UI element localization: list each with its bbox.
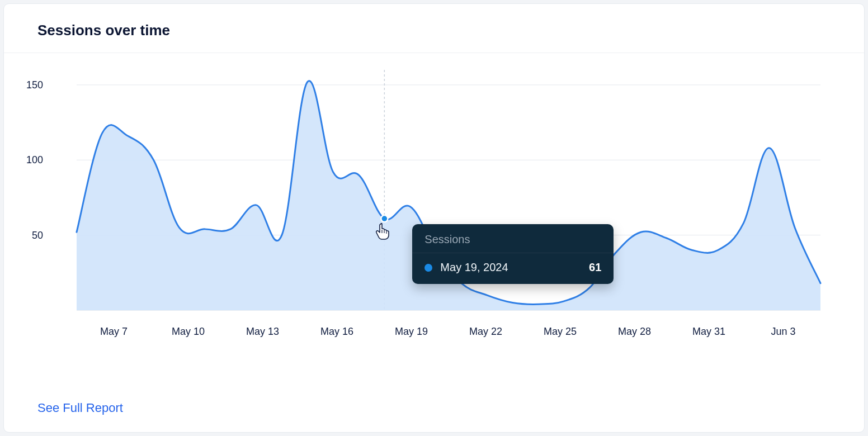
- x-tick: May 19: [374, 326, 449, 338]
- x-tick: May 22: [449, 326, 523, 338]
- x-tick: May 31: [672, 326, 746, 338]
- sessions-card: Sessions over time 50100150 May 7May 10M…: [3, 3, 865, 433]
- y-tick: 150: [15, 79, 43, 91]
- x-tick: May 13: [225, 326, 300, 338]
- tooltip-title: Sessions: [412, 224, 614, 253]
- card-header: Sessions over time: [4, 4, 864, 53]
- chart-tooltip: Sessions May 19, 2024 61: [412, 224, 614, 284]
- x-tick: May 7: [77, 326, 151, 338]
- x-tick: May 25: [523, 326, 597, 338]
- y-tick: 50: [15, 229, 43, 241]
- y-tick: 100: [15, 154, 43, 166]
- see-full-report-link[interactable]: See Full Report: [37, 401, 123, 415]
- tooltip-series-dot: [424, 264, 432, 272]
- x-tick: Jun 3: [746, 326, 820, 338]
- x-tick: May 16: [300, 326, 374, 338]
- chart-area[interactable]: 50100150 May 7May 10May 13May 16May 19Ma…: [4, 53, 864, 395]
- tooltip-date: May 19, 2024: [440, 261, 589, 274]
- x-tick: May 10: [151, 326, 225, 338]
- card-footer: See Full Report: [4, 395, 864, 432]
- x-tick: May 28: [597, 326, 672, 338]
- tooltip-value: 61: [589, 261, 601, 274]
- svg-point-5: [381, 215, 388, 222]
- card-title: Sessions over time: [37, 22, 831, 39]
- x-axis: May 7May 10May 13May 16May 19May 22May 2…: [77, 326, 820, 338]
